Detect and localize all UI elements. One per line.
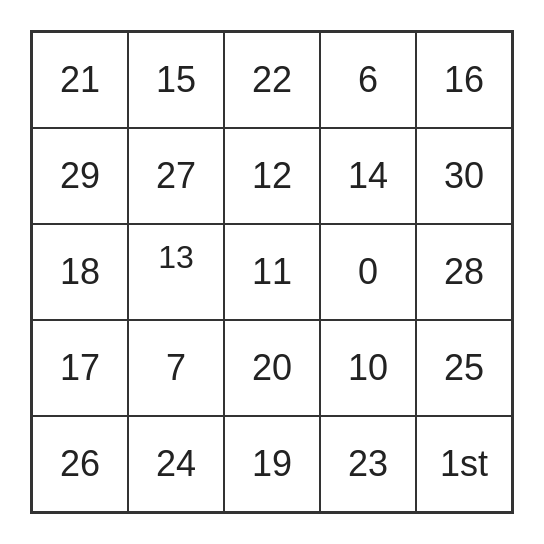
cell-0-0: 21 [32,32,128,128]
cell-4-3: 23 [320,416,416,512]
cell-3-4: 25 [416,320,512,416]
cell-1-0: 29 [32,128,128,224]
cell-2-1: 13 [128,224,224,320]
cell-1-4: 30 [416,128,512,224]
cell-1-1: 27 [128,128,224,224]
cell-2-2: 11 [224,224,320,320]
cell-4-2: 19 [224,416,320,512]
cell-3-2: 20 [224,320,320,416]
cell-2-4: 28 [416,224,512,320]
bingo-grid: 21 15 22 6 16 29 27 12 14 30 18 13 11 0 … [30,30,514,514]
cell-3-0: 17 [32,320,128,416]
cell-0-3: 6 [320,32,416,128]
cell-2-0: 18 [32,224,128,320]
cell-0-1: 15 [128,32,224,128]
cell-3-1: 7 [128,320,224,416]
cell-1-3: 14 [320,128,416,224]
cell-0-4: 16 [416,32,512,128]
cell-4-4: 1st [416,416,512,512]
cell-1-2: 12 [224,128,320,224]
cell-2-3: 0 [320,224,416,320]
cell-4-0: 26 [32,416,128,512]
cell-4-1: 24 [128,416,224,512]
cell-3-3: 10 [320,320,416,416]
cell-0-2: 22 [224,32,320,128]
